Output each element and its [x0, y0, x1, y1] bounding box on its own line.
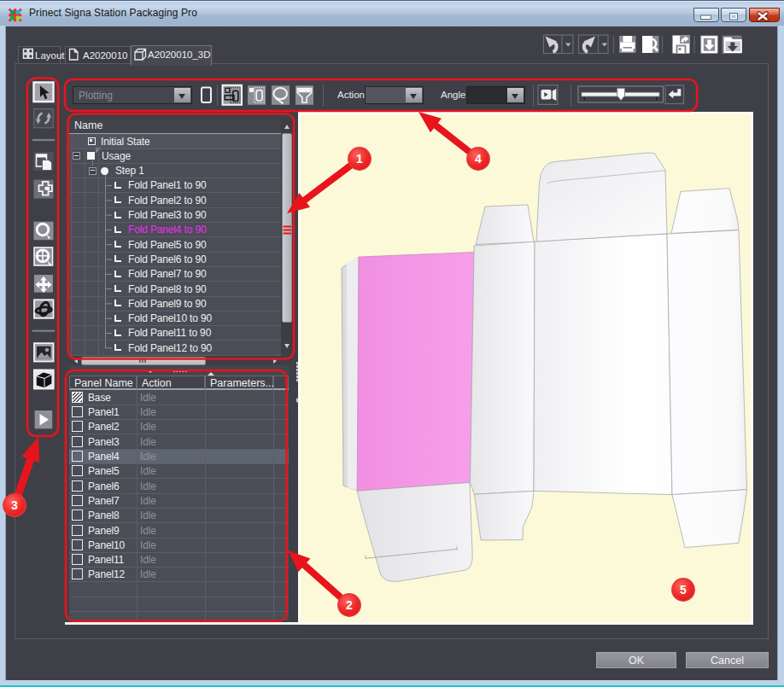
svg-text:2: 2: [346, 598, 353, 612]
svg-text:1: 1: [356, 152, 363, 166]
svg-text:4: 4: [475, 152, 482, 166]
svg-text:5: 5: [680, 583, 687, 597]
svg-text:3: 3: [11, 498, 18, 512]
